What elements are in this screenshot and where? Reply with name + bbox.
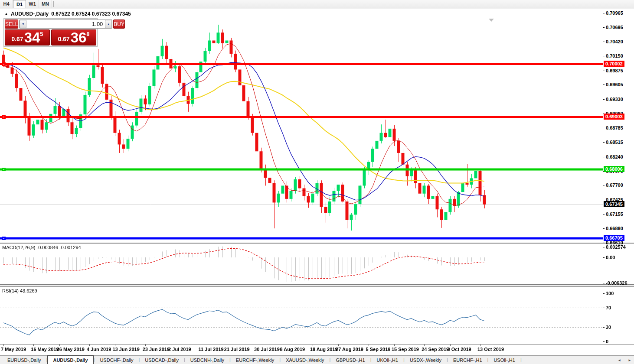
axis-tick	[603, 214, 605, 214]
period-toolbar: H4 D1 W1 MN	[0, 0, 634, 8]
tab-usdcad-daily[interactable]: USDCAD-,Daily	[140, 356, 184, 364]
price-tick-label: 0.68785	[606, 125, 623, 130]
axis-tick	[603, 200, 605, 200]
collapse-panel-icon[interactable]: ▲	[4, 12, 8, 16]
date-tick	[171, 344, 171, 346]
volume-up-button[interactable]: ▲	[105, 20, 112, 28]
tab-audusd-daily[interactable]: AUDUSD-,Daily	[47, 355, 93, 364]
date-label: 7 May 2019	[1, 347, 26, 352]
axis-tick	[603, 293, 605, 294]
quote-ohlc-values: 0.67522 0.67524 0.67323 0.67345	[51, 11, 131, 17]
date-label: 13 Oct 2019	[477, 347, 504, 352]
pane-border	[0, 344, 634, 344]
price-tick-label: 0.70695	[606, 25, 623, 30]
tab-xauusd-weekly[interactable]: XAUUSD-,Weekly	[281, 356, 329, 364]
axis-tick	[603, 327, 605, 328]
buy-button[interactable]: BUY	[113, 20, 125, 29]
rsi-label: RSI(14) 43.6269	[2, 288, 37, 293]
symbol-title: AUDUSD-,Daily	[11, 11, 49, 17]
sell-price-button[interactable]: 0.67 34 5	[5, 29, 50, 46]
sell-price-main: 34	[24, 31, 40, 44]
axis-tick	[603, 185, 605, 185]
macd-pane: MACD(12,26,9) -0.000846 -0.001294	[0, 244, 634, 284]
sell-button[interactable]: SELL	[5, 20, 18, 29]
tab-usdx-weekly[interactable]: USDX-,Weekly	[405, 356, 447, 364]
period-button-h4[interactable]: H4	[0, 0, 13, 8]
buy-price-pip: 8	[86, 31, 89, 37]
tab-eurchf-weekly[interactable]: EURCHF-,Weekly	[231, 356, 279, 364]
tab-separator: |	[520, 357, 522, 362]
tab-scroll-right-icon[interactable]: ►	[628, 358, 631, 362]
rsi-pane: RSI(14) 43.6269	[0, 287, 634, 344]
tab-ukoil-h1[interactable]: UKOil-,H1	[372, 356, 404, 364]
rsi-tick-label: 30	[606, 325, 611, 330]
axis-tick	[603, 13, 605, 13]
date-axis[interactable]: 7 May 201916 May 201926 May 20194 Jun 20…	[0, 345, 634, 354]
macd-canvas[interactable]	[0, 244, 603, 284]
date-tick	[89, 344, 90, 346]
sell-price-prefix: 0.67	[11, 36, 23, 42]
price-tick-label: 0.66880	[606, 226, 623, 231]
date-label: 13 Jun 2019	[112, 347, 139, 352]
buy-price-prefix: 0.67	[58, 36, 69, 42]
date-tick	[394, 344, 395, 346]
axis-tick	[603, 257, 605, 258]
axis-tick	[603, 283, 605, 283]
volume-stepper: ▼ ▲	[19, 20, 112, 29]
axis-tick	[603, 142, 605, 143]
price-tick-label: 0.68240	[606, 154, 623, 159]
tab-usoil-h1[interactable]: USOil-,H1	[488, 356, 520, 364]
date-label: 2 Jul 2019	[168, 347, 191, 352]
price-tick-label: 0.67700	[606, 182, 623, 188]
axis-tick	[603, 247, 605, 247]
axis-tick	[603, 42, 605, 42]
date-tick	[227, 344, 227, 346]
volume-down-button[interactable]: ▼	[20, 20, 26, 28]
date-tick	[480, 344, 480, 346]
date-label: 4 Jun 2019	[87, 347, 111, 352]
axis-tick	[603, 56, 605, 56]
buy-price-button[interactable]: 0.67 36 8	[51, 29, 96, 46]
period-button-d1[interactable]: D1	[13, 0, 26, 8]
axis-tick	[603, 99, 605, 100]
rsi-canvas[interactable]	[0, 287, 603, 344]
volume-input[interactable]	[26, 20, 105, 28]
tab-scroll-left-icon[interactable]: ◄	[618, 358, 621, 362]
price-tick-label: 0.67155	[606, 211, 623, 217]
trading-terminal: H4 D1 W1 MN ▲ AUDUSD-,Daily 0.67522 0.67…	[0, 0, 634, 364]
sell-price-pip: 5	[40, 31, 43, 37]
macd-tick-label: 0.00	[606, 255, 615, 260]
tab-usdchf-daily[interactable]: USDCHF-,Daily	[95, 356, 138, 364]
tab-usdcnh-daily[interactable]: USDCNH-,Daily	[185, 356, 229, 364]
tab-gbpusd-h1[interactable]: GBPUSD-,H1	[330, 356, 370, 364]
date-label: 8 Aug 2019	[280, 347, 305, 352]
date-tick	[257, 344, 257, 346]
chart-shift-icon[interactable]	[489, 19, 494, 22]
trade-panel: SELL ▼ ▲ BUY 0.67 34 5 0.67 36 8	[3, 18, 98, 47]
tab-eurchf-h1[interactable]: EURCHF-,H1	[448, 356, 487, 364]
tab-eurusd-daily[interactable]: EURUSD-,Daily	[2, 356, 46, 364]
price-tick-label: 0.69330	[606, 97, 623, 102]
date-label: 26 May 2019	[57, 347, 85, 352]
date-tick	[369, 344, 369, 346]
date-label: 3 Oct 2019	[448, 347, 471, 352]
date-tick	[338, 344, 339, 346]
date-tick	[201, 344, 201, 346]
macd-tick-label: -0.006326	[606, 280, 627, 286]
macd-label: MACD(12,26,9) -0.000846 -0.001294	[2, 245, 81, 250]
date-tick	[145, 344, 146, 346]
price-tick-label: 0.69875	[606, 68, 623, 73]
price-tick-label: 0.68515	[606, 140, 623, 145]
period-button-w1[interactable]: W1	[26, 0, 39, 8]
rsi-tick-label: 70	[606, 305, 611, 310]
date-label: 18 Aug 2019	[310, 347, 338, 352]
rsi-tick-label: 100	[606, 291, 614, 296]
period-button-mn[interactable]: MN	[39, 0, 52, 8]
date-tick	[450, 344, 451, 346]
hline-price-badge: 0.69003	[604, 114, 624, 120]
axis-tick	[603, 128, 605, 128]
hline-price-badge: 0.70002	[604, 61, 624, 67]
date-tick	[424, 344, 425, 346]
price-tick-label: 0.70150	[606, 53, 623, 58]
hline-price-badge: 0.66705	[604, 235, 624, 241]
